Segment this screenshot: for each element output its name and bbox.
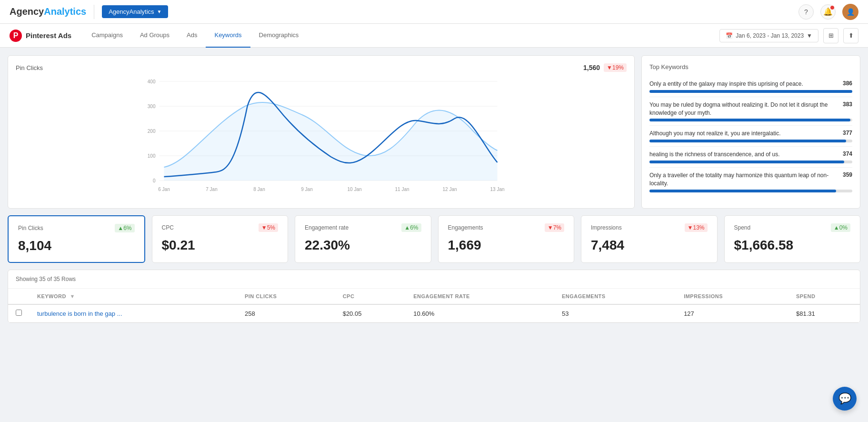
keyword-count: 374 [843,151,852,157]
calendar-icon: 📅 [726,32,733,39]
logo-agency: Agency [10,6,44,17]
nav-right: ? 🔔 👤 [798,4,858,20]
pinterest-icon: P [10,30,22,42]
th-engagement-rate: ENGAGEMENT RATE [406,289,554,304]
cell-engagement-rate: 10.60% [406,304,554,322]
svg-text:10 Jan: 10 Jan [347,187,361,192]
keyword-item: You may be ruled by dogma without realiz… [649,97,852,126]
metric-card-cpc[interactable]: CPC ▼5% $0.21 [152,215,289,263]
metric-value: $1,666.58 [734,238,851,253]
table-header: KEYWORD ▼ PIN CLICKS CPC ENGAGEMENT RATE… [8,289,860,304]
share-button[interactable]: ⬆ [843,28,858,43]
keyword-count: 359 [843,171,852,178]
sub-nav: P Pinterest Ads Campaigns Ad Groups Ads … [0,24,868,48]
date-picker-button[interactable]: 📅 Jan 6, 2023 - Jan 13, 2023 ▼ [719,29,818,42]
metric-name: Spend [734,224,751,231]
keyword-item: Only a traveller of the totality may har… [649,168,852,196]
keyword-text: healing is the richness of transcendence… [649,151,843,159]
tab-demographics[interactable]: Demographics [250,24,308,48]
metric-trend: ▲6% [115,224,134,232]
keyword-item: healing is the richness of transcendence… [649,147,852,168]
cell-impressions: 127 [676,304,788,322]
metric-card-engagements[interactable]: Engagements ▼7% 1,669 [438,215,575,263]
metric-value: 8,104 [18,238,135,253]
svg-text:9 Jan: 9 Jan [301,187,312,192]
notifications-button[interactable]: 🔔 [820,4,836,20]
keyword-text: Only a traveller of the totality may har… [649,171,843,188]
keywords-title: Top Keywords [649,63,852,70]
svg-text:6 Jan: 6 Jan [158,187,170,192]
cell-keyword: turbulence is born in the gap ... [30,304,237,322]
tab-ads[interactable]: Ads [178,24,206,48]
keyword-text: You may be ruled by dogma without realiz… [649,101,843,117]
sort-arrow-icon: ▼ [70,293,75,299]
tab-campaigns[interactable]: Campaigns [83,24,131,48]
nav-divider [94,5,94,19]
table-section: Showing 35 of 35 Rows KEYWORD ▼ PIN CLIC… [8,270,860,323]
metric-value: 7,484 [591,238,708,253]
data-table: KEYWORD ▼ PIN CLICKS CPC ENGAGEMENT RATE… [8,289,860,322]
table-info: Showing 35 of 35 Rows [8,270,860,289]
top-row: Pin Clicks 1,560 ▼19% 400 300 2 [8,55,860,209]
keyword-count: 377 [843,130,852,136]
metric-name: Pin Clicks [18,225,43,231]
keyword-count: 386 [843,80,852,87]
svg-text:0: 0 [153,178,156,183]
chart-svg: 400 300 200 100 0 6 Jan 7 Jan 8 Jan 9 Ja [16,77,627,201]
svg-text:200: 200 [148,129,156,134]
th-checkbox [8,289,30,304]
metric-card-spend[interactable]: Spend ▲0% $1,666.58 [724,215,861,263]
bell-icon: 🔔 [823,7,833,16]
metric-name: CPC [162,224,174,231]
svg-text:11 Jan: 11 Jan [395,187,409,192]
metric-trend: ▼7% [545,223,564,232]
keyword-text: Only a entity of the galaxy may inspire … [649,80,843,88]
logo-analytics: Analytics [44,6,86,17]
metric-trend: ▲0% [831,223,850,232]
cell-pin-clicks: 258 [237,304,335,322]
tab-keywords[interactable]: Keywords [206,24,250,48]
keywords-card: Top Keywords Only a entity of the galaxy… [641,55,860,209]
th-engagements: ENGAGEMENTS [554,289,676,304]
svg-text:8 Jan: 8 Jan [253,187,265,192]
chart-area: 400 300 200 100 0 6 Jan 7 Jan 8 Jan 9 Ja [16,77,627,201]
tab-adgroups[interactable]: Ad Groups [131,24,178,48]
svg-text:300: 300 [148,104,156,109]
cell-cpc: $20.05 [335,304,406,322]
chart-title: Pin Clicks [16,64,43,71]
metric-value: 1,669 [448,238,565,253]
metric-card-pin-clicks[interactable]: Pin Clicks ▲6% 8,104 [8,215,145,263]
columns-icon: ⊞ [828,32,834,39]
metric-name: Impressions [591,224,622,231]
chevron-down-icon: ▼ [157,9,162,14]
svg-text:13 Jan: 13 Jan [490,187,504,192]
chevron-down-icon: ▼ [807,32,812,39]
metric-card-engagement-rate[interactable]: Engagement rate ▲6% 22.30% [295,215,431,263]
keyword-count: 383 [843,101,852,108]
main-content: Pin Clicks 1,560 ▼19% 400 300 2 [0,48,868,331]
metric-card-impressions[interactable]: Impressions ▼13% 7,484 [581,215,718,263]
chart-card: Pin Clicks 1,560 ▼19% 400 300 2 [8,55,635,209]
metric-trend: ▼5% [259,223,278,232]
columns-button[interactable]: ⊞ [823,28,838,43]
table-row: turbulence is born in the gap ... 258 $2… [8,304,860,322]
svg-text:12 Jan: 12 Jan [442,187,457,192]
sub-nav-right: 📅 Jan 6, 2023 - Jan 13, 2023 ▼ ⊞ ⬆ [719,28,858,43]
row-checkbox[interactable] [16,310,22,316]
th-keyword[interactable]: KEYWORD ▼ [30,289,237,304]
agency-dropdown-button[interactable]: AgencyAnalytics ▼ [102,5,168,18]
chart-total-value: 1,560 [583,64,600,71]
metric-trend: ▲6% [401,223,421,232]
th-cpc: CPC [335,289,406,304]
table-body: turbulence is born in the gap ... 258 $2… [8,304,860,322]
metric-cards: Pin Clicks ▲6% 8,104 CPC ▼5% $0.21 Engag… [8,215,860,263]
user-avatar[interactable]: 👤 [842,4,858,20]
metric-name: Engagements [448,224,483,231]
nav-tabs: Campaigns Ad Groups Ads Keywords Demogra… [83,24,307,48]
share-icon: ⬆ [848,32,854,39]
svg-text:400: 400 [148,79,156,84]
svg-text:7 Jan: 7 Jan [206,187,217,192]
th-impressions: IMPRESSIONS [676,289,788,304]
top-nav: AgencyAnalytics AgencyAnalytics ▼ ? 🔔 👤 [0,0,868,24]
help-button[interactable]: ? [798,4,814,20]
